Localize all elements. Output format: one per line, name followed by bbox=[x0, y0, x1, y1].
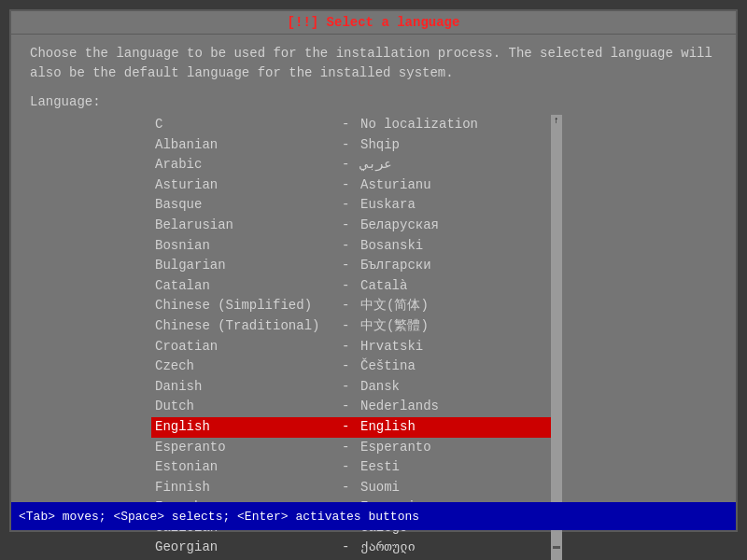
lang-dash: - bbox=[342, 357, 360, 376]
language-item-asturian[interactable]: Asturian - Asturianu bbox=[151, 175, 551, 196]
lang-name: Asturian bbox=[155, 176, 342, 195]
lang-native: Suomi bbox=[360, 479, 400, 497]
language-item-catalan[interactable]: Catalan - Català bbox=[151, 276, 551, 297]
lang-name: Bulgarian bbox=[155, 257, 342, 275]
language-item-bulgarian[interactable]: Bulgarian - Български bbox=[151, 256, 551, 276]
lang-native: عربي bbox=[360, 156, 392, 175]
language-item-english[interactable]: English - English bbox=[151, 417, 551, 438]
lang-native: Euskara bbox=[360, 196, 416, 215]
description: Choose the language to be used for the i… bbox=[30, 44, 717, 83]
lang-native: Hrvatski bbox=[360, 338, 423, 357]
lang-name: Catalan bbox=[155, 277, 342, 296]
lang-native: Беларуская bbox=[360, 217, 439, 235]
lang-native: Eesti bbox=[360, 458, 400, 477]
lang-native: English bbox=[360, 418, 416, 437]
language-item-c[interactable]: C - No localization bbox=[151, 115, 551, 135]
scrollbar[interactable]: ↑ ↓ bbox=[551, 115, 562, 560]
window-title: [!!] Select a language bbox=[288, 15, 460, 30]
lang-name: Esperanto bbox=[155, 439, 342, 457]
lang-name: Arabic bbox=[155, 156, 342, 175]
main-window: [!!] Select a language Choose the langua… bbox=[9, 9, 738, 532]
lang-name: C bbox=[155, 116, 342, 134]
lang-native: Български bbox=[360, 257, 431, 275]
lang-dash: - bbox=[342, 317, 360, 336]
lang-dash: - bbox=[342, 439, 360, 457]
lang-name: Finnish bbox=[155, 479, 342, 497]
language-item-basque[interactable]: Basque - Euskara bbox=[151, 195, 551, 216]
lang-name: Belarusian bbox=[155, 217, 342, 235]
scroll-up-arrow[interactable]: ↑ bbox=[554, 115, 559, 128]
lang-native: Čeština bbox=[360, 357, 416, 376]
lang-dash: - bbox=[342, 156, 360, 175]
lang-dash: - bbox=[342, 418, 360, 437]
lang-dash: - bbox=[342, 539, 360, 557]
lang-dash: - bbox=[342, 257, 360, 275]
lang-native: Nederlands bbox=[360, 398, 439, 416]
description-line2: also be the default language for the ins… bbox=[30, 63, 717, 83]
lang-name: Bosnian bbox=[155, 237, 342, 256]
lang-name: Albanian bbox=[155, 136, 342, 155]
lang-native: Esperanto bbox=[360, 439, 431, 457]
lang-name: Dutch bbox=[155, 398, 342, 416]
status-bar: <Tab> moves; <Space> selects; <Enter> ac… bbox=[11, 502, 736, 530]
lang-dash: - bbox=[342, 338, 360, 357]
lang-dash: - bbox=[342, 116, 360, 134]
lang-native: Bosanski bbox=[360, 237, 423, 256]
lang-name: English bbox=[155, 418, 342, 437]
language-item-croatian[interactable]: Croatian - Hrvatski bbox=[151, 337, 551, 357]
lang-native: No localization bbox=[360, 116, 478, 134]
lang-name: Chinese (Simplified) bbox=[155, 297, 342, 315]
lang-dash: - bbox=[342, 217, 360, 235]
language-item-arabic[interactable]: Arabic - عربي bbox=[151, 155, 551, 175]
lang-dash: - bbox=[342, 277, 360, 296]
lang-native: ქართული bbox=[360, 539, 416, 557]
lang-dash: - bbox=[342, 237, 360, 256]
language-item-chinese--traditional-[interactable]: Chinese (Traditional) - 中文(繁體) bbox=[151, 316, 551, 337]
lang-name: Estonian bbox=[155, 458, 342, 477]
title-bar: [!!] Select a language bbox=[11, 11, 736, 35]
lang-name: Georgian bbox=[155, 539, 342, 557]
description-line1: Choose the language to be used for the i… bbox=[30, 44, 717, 63]
language-label: Language: bbox=[30, 94, 717, 109]
lang-dash: - bbox=[342, 479, 360, 497]
language-item-georgian[interactable]: Georgian - ქართული bbox=[151, 538, 551, 558]
language-item-chinese--simplified-[interactable]: Chinese (Simplified) - 中文(简体) bbox=[151, 296, 551, 316]
language-item-albanian[interactable]: Albanian - Shqip bbox=[151, 135, 551, 156]
lang-name: Danish bbox=[155, 378, 342, 397]
language-item-danish[interactable]: Danish - Dansk bbox=[151, 377, 551, 398]
lang-dash: - bbox=[342, 176, 360, 195]
lang-dash: - bbox=[342, 136, 360, 155]
language-item-estonian[interactable]: Estonian - Eesti bbox=[151, 457, 551, 478]
scroll-marker bbox=[553, 546, 560, 549]
language-item-dutch[interactable]: Dutch - Nederlands bbox=[151, 397, 551, 417]
language-list[interactable]: C - No localizationAlbanian - ShqipArabi… bbox=[151, 115, 551, 560]
lang-native: 中文(简体) bbox=[360, 297, 429, 315]
language-item-belarusian[interactable]: Belarusian - Беларуская bbox=[151, 216, 551, 236]
lang-dash: - bbox=[342, 297, 360, 315]
language-item-czech[interactable]: Czech - Čeština bbox=[151, 357, 551, 377]
lang-native: Dansk bbox=[360, 378, 400, 397]
lang-dash: - bbox=[342, 196, 360, 215]
language-item-bosnian[interactable]: Bosnian - Bosanski bbox=[151, 236, 551, 257]
lang-name: Croatian bbox=[155, 338, 342, 357]
list-container: C - No localizationAlbanian - ShqipArabi… bbox=[151, 115, 562, 560]
lang-native: Shqip bbox=[360, 136, 400, 155]
language-item-finnish[interactable]: Finnish - Suomi bbox=[151, 478, 551, 498]
lang-native: Asturianu bbox=[360, 176, 431, 195]
language-item-esperanto[interactable]: Esperanto - Esperanto bbox=[151, 438, 551, 458]
lang-dash: - bbox=[342, 458, 360, 477]
status-text: <Tab> moves; <Space> selects; <Enter> ac… bbox=[19, 510, 419, 524]
lang-dash: - bbox=[342, 398, 360, 416]
content-area: Choose the language to be used for the i… bbox=[11, 35, 736, 560]
lang-name: Chinese (Traditional) bbox=[155, 317, 342, 336]
lang-dash: - bbox=[342, 378, 360, 397]
lang-name: Basque bbox=[155, 196, 342, 215]
lang-name: Czech bbox=[155, 357, 342, 376]
lang-native: Català bbox=[360, 277, 407, 296]
lang-native: 中文(繁體) bbox=[360, 317, 429, 336]
scroll-track bbox=[553, 128, 560, 529]
